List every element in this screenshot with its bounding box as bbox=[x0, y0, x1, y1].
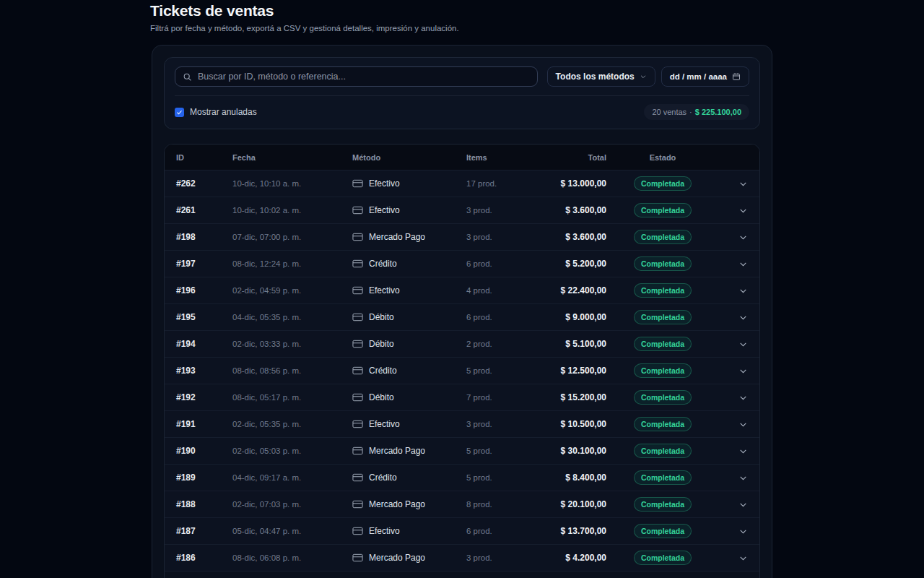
status-badge: Completada bbox=[634, 176, 692, 191]
row-total: $ 12.500,00 bbox=[536, 366, 606, 376]
chevron-down-icon bbox=[738, 420, 748, 429]
row-method: Mercado Pago bbox=[352, 232, 466, 242]
table-row[interactable]: #197 08-dic, 12:24 p. m. Crédito 6 prod.… bbox=[165, 251, 759, 277]
row-method-label: Débito bbox=[369, 312, 394, 322]
row-expand-button[interactable] bbox=[719, 420, 748, 429]
status-badge: Completada bbox=[634, 470, 692, 485]
status-badge: Completada bbox=[634, 283, 692, 298]
row-items: 6 prod. bbox=[466, 313, 536, 322]
row-items: 5 prod. bbox=[466, 447, 536, 455]
row-expand-button[interactable] bbox=[719, 473, 748, 483]
table-row[interactable]: #195 04-dic, 05:35 p. m. Débito 6 prod. … bbox=[165, 304, 759, 331]
row-date: 08-dic, 08:56 p. m. bbox=[232, 366, 352, 375]
row-total: $ 3.600,00 bbox=[536, 205, 606, 215]
row-total: $ 5.100,00 bbox=[536, 339, 606, 349]
row-expand-button[interactable] bbox=[719, 527, 748, 536]
table-row[interactable]: #194 02-dic, 03:33 p. m. Débito 2 prod. … bbox=[165, 331, 759, 358]
credit-card-icon bbox=[352, 206, 363, 215]
table-row[interactable]: #188 02-dic, 07:03 p. m. Mercado Pago 8 … bbox=[165, 491, 759, 518]
row-total: $ 30.100,00 bbox=[536, 446, 606, 456]
table-row[interactable]: #192 08-dic, 05:17 p. m. Débito 7 prod. … bbox=[165, 384, 759, 411]
row-total: $ 13.000,00 bbox=[536, 178, 606, 189]
table-row[interactable]: #189 04-dic, 09:17 a. m. Crédito 5 prod.… bbox=[165, 465, 759, 491]
credit-card-icon bbox=[352, 500, 363, 509]
row-expand-button[interactable] bbox=[719, 393, 748, 402]
row-method: Mercado Pago bbox=[352, 553, 466, 563]
chevron-down-icon bbox=[738, 500, 748, 509]
row-expand-button[interactable] bbox=[719, 553, 748, 563]
table-row[interactable]: #196 02-dic, 04:59 p. m. Efectivo 4 prod… bbox=[165, 277, 759, 304]
status-badge: Completada bbox=[634, 310, 692, 324]
row-expand-button[interactable] bbox=[719, 340, 748, 349]
search-icon bbox=[183, 72, 192, 82]
row-method-label: Mercado Pago bbox=[369, 499, 425, 509]
row-items: 3 prod. bbox=[466, 206, 536, 215]
row-date: 02-dic, 05:35 p. m. bbox=[232, 420, 352, 428]
row-id: #198 bbox=[176, 232, 232, 242]
method-select-value: Todos los métodos bbox=[556, 72, 635, 82]
show-voided-control[interactable]: Mostrar anuladas bbox=[175, 107, 257, 117]
table-row[interactable]: #193 08-dic, 08:56 p. m. Crédito 5 prod.… bbox=[165, 358, 759, 384]
date-input[interactable]: dd / mm / aaaa bbox=[661, 66, 749, 87]
table-row[interactable]: #261 10-dic, 10:02 a. m. Efectivo 3 prod… bbox=[165, 197, 759, 224]
row-method: Efectivo bbox=[352, 205, 466, 215]
row-total: $ 9.000,00 bbox=[536, 312, 606, 322]
row-method-label: Efectivo bbox=[369, 526, 400, 536]
row-id: #194 bbox=[176, 339, 232, 349]
row-expand-button[interactable] bbox=[719, 313, 748, 322]
row-status: Completada bbox=[606, 390, 719, 405]
table-row[interactable]: #187 05-dic, 04:47 p. m. Efectivo 6 prod… bbox=[165, 518, 759, 545]
row-method-label: Débito bbox=[369, 339, 394, 349]
table-row[interactable]: #262 10-dic, 10:10 a. m. Efectivo 17 pro… bbox=[165, 171, 759, 197]
search-input[interactable]: Buscar por ID, método o referencia... bbox=[175, 66, 538, 87]
row-method-label: Efectivo bbox=[369, 205, 400, 215]
row-items: 5 prod. bbox=[466, 473, 536, 482]
table-row[interactable]: #186 08-dic, 06:08 p. m. Mercado Pago 3 … bbox=[165, 545, 759, 571]
row-expand-button[interactable] bbox=[719, 206, 748, 215]
show-voided-checkbox[interactable] bbox=[175, 108, 184, 117]
table-row[interactable]: #190 02-dic, 05:03 p. m. Mercado Pago 5 … bbox=[165, 438, 759, 465]
row-method-label: Crédito bbox=[369, 366, 397, 376]
credit-card-icon bbox=[352, 179, 363, 188]
row-id: #188 bbox=[176, 499, 232, 509]
row-status: Completada bbox=[606, 203, 719, 217]
row-method: Débito bbox=[352, 392, 466, 402]
row-total: $ 15.200,00 bbox=[536, 392, 606, 402]
row-method-label: Débito bbox=[369, 392, 394, 402]
method-select[interactable]: Todos los métodos bbox=[547, 66, 655, 87]
chevron-down-icon bbox=[738, 259, 748, 269]
chevron-down-icon bbox=[738, 447, 748, 456]
col-header-fecha: Fecha bbox=[232, 153, 352, 162]
row-items: 4 prod. bbox=[466, 286, 536, 295]
chevron-down-icon bbox=[738, 233, 748, 242]
row-total: $ 10.500,00 bbox=[536, 419, 606, 429]
row-method: Débito bbox=[352, 339, 466, 349]
row-items: 3 prod. bbox=[466, 420, 536, 428]
row-expand-button[interactable] bbox=[719, 233, 748, 242]
row-total: $ 5.200,00 bbox=[536, 259, 606, 269]
row-expand-button[interactable] bbox=[719, 500, 748, 509]
status-badge: Completada bbox=[634, 417, 692, 431]
row-expand-button[interactable] bbox=[719, 366, 748, 376]
credit-card-icon bbox=[352, 286, 363, 295]
row-date: 04-dic, 09:17 a. m. bbox=[232, 473, 352, 482]
status-badge: Completada bbox=[634, 337, 692, 351]
row-method: Efectivo bbox=[352, 419, 466, 429]
row-date: 02-dic, 03:33 p. m. bbox=[232, 340, 352, 348]
row-items: 17 prod. bbox=[466, 179, 536, 188]
credit-card-icon bbox=[352, 233, 363, 241]
row-expand-button[interactable] bbox=[719, 447, 748, 456]
table-row[interactable]: #191 02-dic, 05:35 p. m. Efectivo 3 prod… bbox=[165, 411, 759, 438]
row-expand-button[interactable] bbox=[719, 259, 748, 269]
row-status: Completada bbox=[606, 337, 719, 351]
row-expand-button[interactable] bbox=[719, 286, 748, 296]
chevron-down-icon bbox=[738, 206, 748, 215]
row-id: #191 bbox=[176, 419, 232, 429]
row-expand-button[interactable] bbox=[719, 179, 748, 189]
col-header-total: Total bbox=[536, 153, 606, 162]
row-method-label: Efectivo bbox=[369, 178, 400, 189]
table-row[interactable]: #198 07-dic, 07:00 p. m. Mercado Pago 3 … bbox=[165, 224, 759, 251]
sales-count: 20 ventas bbox=[652, 108, 687, 116]
row-items: 6 prod. bbox=[466, 527, 536, 535]
status-badge: Completada bbox=[634, 390, 692, 405]
